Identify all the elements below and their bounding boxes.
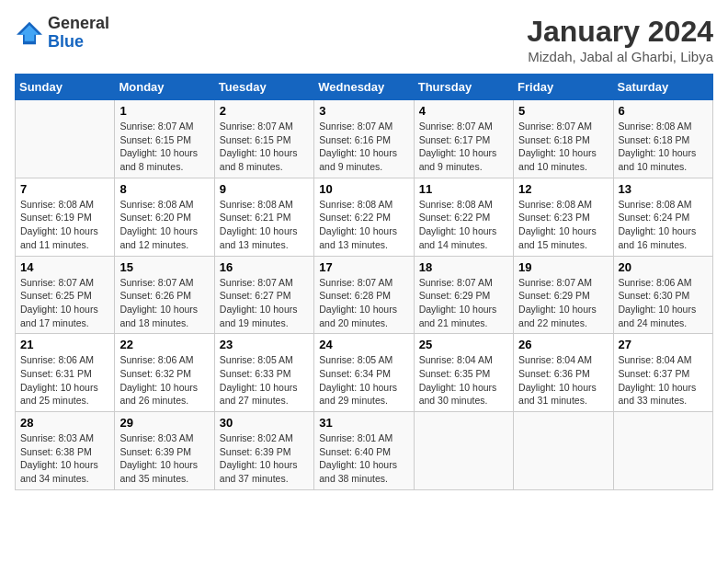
day-number: 5 <box>518 104 608 118</box>
calendar-cell: 20 Sunrise: 8:06 AMSunset: 6:30 PMDaylig… <box>613 256 712 334</box>
day-number: 4 <box>419 104 508 118</box>
day-number: 3 <box>319 104 408 118</box>
week-row-5: 28 Sunrise: 8:03 AMSunset: 6:38 PMDaylig… <box>16 412 713 490</box>
day-number: 12 <box>518 182 608 196</box>
day-info: Sunrise: 8:04 AMSunset: 6:37 PMDaylight:… <box>619 353 708 408</box>
col-header-saturday: Saturday <box>613 75 712 100</box>
calendar-cell <box>414 412 513 490</box>
page-header: General Blue January 2024 Mizdah, Jabal … <box>15 15 713 64</box>
day-info: Sunrise: 8:08 AMSunset: 6:19 PMDaylight:… <box>20 198 109 252</box>
day-number: 28 <box>20 416 109 430</box>
col-header-monday: Monday <box>115 75 214 100</box>
day-number: 19 <box>518 260 608 274</box>
day-number: 1 <box>119 104 209 118</box>
day-number: 8 <box>119 182 209 196</box>
day-number: 2 <box>220 104 309 118</box>
calendar-cell: 3 Sunrise: 8:07 AMSunset: 6:16 PMDayligh… <box>314 100 414 178</box>
day-info: Sunrise: 8:01 AMSunset: 6:40 PMDaylight:… <box>319 431 408 486</box>
day-number: 21 <box>20 338 109 351</box>
calendar-cell: 9 Sunrise: 8:08 AMSunset: 6:21 PMDayligh… <box>214 178 313 256</box>
day-info: Sunrise: 8:08 AMSunset: 6:22 PMDaylight:… <box>319 198 408 252</box>
day-info: Sunrise: 8:06 AMSunset: 6:31 PMDaylight:… <box>20 353 109 408</box>
day-number: 30 <box>220 416 309 430</box>
day-number: 22 <box>119 338 209 351</box>
day-number: 24 <box>319 338 408 351</box>
calendar-cell: 6 Sunrise: 8:08 AMSunset: 6:18 PMDayligh… <box>613 100 712 178</box>
calendar-cell: 21 Sunrise: 8:06 AMSunset: 6:31 PMDaylig… <box>16 334 115 412</box>
logo-icon <box>15 20 44 46</box>
day-number: 26 <box>518 338 608 351</box>
calendar-table: SundayMondayTuesdayWednesdayThursdayFrid… <box>15 74 713 490</box>
calendar-cell: 30 Sunrise: 8:02 AMSunset: 6:39 PMDaylig… <box>214 412 313 490</box>
calendar-cell: 25 Sunrise: 8:04 AMSunset: 6:35 PMDaylig… <box>414 334 513 412</box>
day-info: Sunrise: 8:08 AMSunset: 6:21 PMDaylight:… <box>220 198 309 252</box>
day-number: 7 <box>20 182 109 196</box>
day-number: 29 <box>119 416 209 430</box>
day-number: 9 <box>220 182 309 196</box>
week-row-2: 7 Sunrise: 8:08 AMSunset: 6:19 PMDayligh… <box>16 178 713 256</box>
calendar-cell: 15 Sunrise: 8:07 AMSunset: 6:26 PMDaylig… <box>115 256 214 334</box>
col-header-sunday: Sunday <box>16 75 115 100</box>
day-info: Sunrise: 8:07 AMSunset: 6:27 PMDaylight:… <box>220 276 309 330</box>
day-number: 11 <box>419 182 508 196</box>
day-info: Sunrise: 8:07 AMSunset: 6:15 PMDaylight:… <box>220 120 309 174</box>
day-number: 16 <box>220 260 309 274</box>
calendar-cell: 10 Sunrise: 8:08 AMSunset: 6:22 PMDaylig… <box>314 178 414 256</box>
day-number: 6 <box>619 104 708 118</box>
day-number: 17 <box>319 260 408 274</box>
col-header-friday: Friday <box>514 75 613 100</box>
calendar-cell: 5 Sunrise: 8:07 AMSunset: 6:18 PMDayligh… <box>514 100 613 178</box>
day-info: Sunrise: 8:07 AMSunset: 6:17 PMDaylight:… <box>419 120 508 174</box>
calendar-cell: 18 Sunrise: 8:07 AMSunset: 6:29 PMDaylig… <box>414 256 513 334</box>
day-info: Sunrise: 8:04 AMSunset: 6:35 PMDaylight:… <box>419 353 508 408</box>
day-number: 31 <box>319 416 408 430</box>
calendar-cell: 8 Sunrise: 8:08 AMSunset: 6:20 PMDayligh… <box>115 178 214 256</box>
calendar-cell: 11 Sunrise: 8:08 AMSunset: 6:22 PMDaylig… <box>414 178 513 256</box>
day-info: Sunrise: 8:07 AMSunset: 6:15 PMDaylight:… <box>119 120 209 174</box>
subtitle: Mizdah, Jabal al Gharbi, Libya <box>527 49 713 64</box>
day-info: Sunrise: 8:03 AMSunset: 6:38 PMDaylight:… <box>20 431 109 486</box>
logo-line2: Blue <box>48 33 109 52</box>
day-info: Sunrise: 8:08 AMSunset: 6:23 PMDaylight:… <box>518 198 608 252</box>
calendar-cell: 14 Sunrise: 8:07 AMSunset: 6:25 PMDaylig… <box>16 256 115 334</box>
day-info: Sunrise: 8:08 AMSunset: 6:22 PMDaylight:… <box>419 198 508 252</box>
logo-text: General Blue <box>48 15 109 52</box>
day-info: Sunrise: 8:07 AMSunset: 6:25 PMDaylight:… <box>20 276 109 330</box>
calendar-cell: 17 Sunrise: 8:07 AMSunset: 6:28 PMDaylig… <box>314 256 414 334</box>
svg-marker-1 <box>20 25 40 41</box>
day-info: Sunrise: 8:06 AMSunset: 6:32 PMDaylight:… <box>119 353 209 408</box>
logo-line1: General <box>48 15 109 33</box>
calendar-cell: 29 Sunrise: 8:03 AMSunset: 6:39 PMDaylig… <box>115 412 214 490</box>
calendar-cell: 7 Sunrise: 8:08 AMSunset: 6:19 PMDayligh… <box>16 178 115 256</box>
day-number: 25 <box>419 338 508 351</box>
title-block: January 2024 Mizdah, Jabal al Gharbi, Li… <box>527 15 713 64</box>
col-header-tuesday: Tuesday <box>214 75 313 100</box>
calendar-cell: 2 Sunrise: 8:07 AMSunset: 6:15 PMDayligh… <box>214 100 313 178</box>
day-info: Sunrise: 8:07 AMSunset: 6:29 PMDaylight:… <box>518 276 608 330</box>
day-info: Sunrise: 8:08 AMSunset: 6:24 PMDaylight:… <box>619 198 708 252</box>
day-info: Sunrise: 8:03 AMSunset: 6:39 PMDaylight:… <box>119 431 209 486</box>
week-row-1: 1 Sunrise: 8:07 AMSunset: 6:15 PMDayligh… <box>16 100 713 178</box>
calendar-cell: 27 Sunrise: 8:04 AMSunset: 6:37 PMDaylig… <box>613 334 712 412</box>
day-info: Sunrise: 8:08 AMSunset: 6:20 PMDaylight:… <box>119 198 209 252</box>
day-info: Sunrise: 8:07 AMSunset: 6:26 PMDaylight:… <box>119 276 209 330</box>
week-row-3: 14 Sunrise: 8:07 AMSunset: 6:25 PMDaylig… <box>16 256 713 334</box>
calendar-cell: 31 Sunrise: 8:01 AMSunset: 6:40 PMDaylig… <box>314 412 414 490</box>
calendar-cell <box>613 412 712 490</box>
day-number: 15 <box>119 260 209 274</box>
calendar-cell: 1 Sunrise: 8:07 AMSunset: 6:15 PMDayligh… <box>115 100 214 178</box>
day-info: Sunrise: 8:08 AMSunset: 6:18 PMDaylight:… <box>619 120 708 174</box>
day-info: Sunrise: 8:07 AMSunset: 6:18 PMDaylight:… <box>518 120 608 174</box>
day-info: Sunrise: 8:02 AMSunset: 6:39 PMDaylight:… <box>220 431 309 486</box>
col-header-thursday: Thursday <box>414 75 513 100</box>
calendar-cell: 28 Sunrise: 8:03 AMSunset: 6:38 PMDaylig… <box>16 412 115 490</box>
calendar-cell: 16 Sunrise: 8:07 AMSunset: 6:27 PMDaylig… <box>214 256 313 334</box>
day-number: 27 <box>619 338 708 351</box>
calendar-cell: 19 Sunrise: 8:07 AMSunset: 6:29 PMDaylig… <box>514 256 613 334</box>
day-number: 10 <box>319 182 408 196</box>
calendar-cell: 4 Sunrise: 8:07 AMSunset: 6:17 PMDayligh… <box>414 100 513 178</box>
day-info: Sunrise: 8:05 AMSunset: 6:34 PMDaylight:… <box>319 353 408 408</box>
calendar-cell: 13 Sunrise: 8:08 AMSunset: 6:24 PMDaylig… <box>613 178 712 256</box>
day-number: 18 <box>419 260 508 274</box>
day-info: Sunrise: 8:07 AMSunset: 6:16 PMDaylight:… <box>319 120 408 174</box>
